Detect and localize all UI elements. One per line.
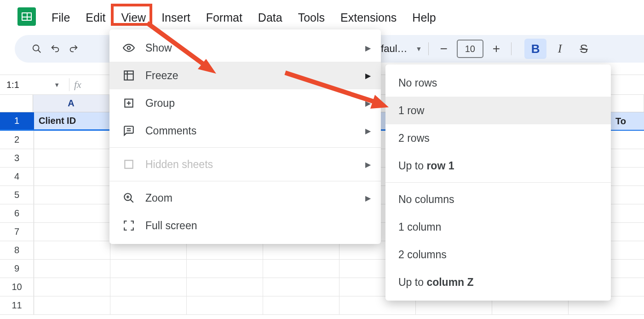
svg-point-2 xyxy=(127,46,131,50)
menu-file[interactable]: File xyxy=(44,6,78,29)
eye-icon xyxy=(122,41,135,54)
row-header[interactable]: 4 xyxy=(0,168,34,186)
freeze-1-column[interactable]: 1 column xyxy=(385,213,611,241)
menu-item-group[interactable]: Group ▶ xyxy=(109,89,381,117)
row-header[interactable]: 10 xyxy=(0,278,34,296)
row-header[interactable]: 1 xyxy=(0,112,34,129)
submenu-arrow-icon: ▶ xyxy=(365,160,371,169)
cell[interactable] xyxy=(34,149,110,167)
menubar: File Edit View Insert Format Data Tools … xyxy=(44,6,444,29)
cell[interactable] xyxy=(187,296,263,314)
menu-item-label: Hidden sheets xyxy=(145,158,213,171)
column-header-a[interactable]: A xyxy=(33,95,109,112)
cell-a1[interactable]: Client ID xyxy=(34,112,110,129)
select-all-corner[interactable] xyxy=(0,95,33,112)
cell[interactable] xyxy=(110,296,187,314)
submenu-arrow-icon: ▶ xyxy=(365,99,371,108)
svg-line-13 xyxy=(130,199,133,203)
cell[interactable] xyxy=(263,260,339,278)
row-header[interactable]: 7 xyxy=(0,223,34,241)
increase-font-size-button[interactable]: + xyxy=(488,41,505,56)
cell[interactable] xyxy=(187,278,263,296)
separator xyxy=(69,78,69,91)
freeze-up-to-column[interactable]: Up to column Z xyxy=(385,268,611,296)
freeze-1-row[interactable]: 1 row xyxy=(385,97,611,124)
redo-icon[interactable] xyxy=(64,40,83,58)
cell[interactable] xyxy=(34,296,110,314)
menu-item-label: Zoom xyxy=(145,192,172,204)
menu-format[interactable]: Format xyxy=(198,6,250,29)
menu-item-label: 2 rows xyxy=(398,132,430,145)
cell[interactable] xyxy=(34,278,110,296)
freeze-no-rows[interactable]: No rows xyxy=(385,69,611,97)
row-header[interactable]: 5 xyxy=(0,186,34,204)
toolbar-separator xyxy=(511,42,512,55)
submenu-arrow-icon: ▶ xyxy=(365,71,371,80)
view-dropdown-menu: Show ▶ Freeze ▶ Group ▶ Comments ▶ Hidde… xyxy=(109,29,381,244)
search-icon[interactable] xyxy=(28,40,46,58)
menu-item-comments[interactable]: Comments ▶ xyxy=(109,117,381,145)
cell[interactable] xyxy=(34,131,110,149)
cell[interactable] xyxy=(110,278,187,296)
cell[interactable] xyxy=(34,260,110,278)
cell[interactable] xyxy=(34,186,110,204)
menu-extensions[interactable]: Extensions xyxy=(333,6,404,29)
menu-item-label: Freeze xyxy=(145,70,178,82)
name-box-value: 1:1 xyxy=(6,80,19,90)
menu-item-label: No rows xyxy=(398,77,437,89)
row-header[interactable]: 6 xyxy=(0,204,34,222)
menu-edit[interactable]: Edit xyxy=(78,6,113,29)
cell[interactable] xyxy=(263,278,339,296)
menu-tools[interactable]: Tools xyxy=(290,6,333,29)
italic-button[interactable]: I xyxy=(549,39,570,59)
menu-item-label: 2 columns xyxy=(398,249,447,261)
svg-rect-3 xyxy=(124,71,133,80)
font-size-group: − 10 + xyxy=(435,40,505,58)
freeze-2-rows[interactable]: 2 rows xyxy=(385,124,611,152)
cell[interactable] xyxy=(263,296,339,314)
cell[interactable] xyxy=(187,260,263,278)
freeze-submenu: No rows 1 row 2 rows Up to row 1 No colu… xyxy=(385,64,611,301)
cell[interactable] xyxy=(110,260,187,278)
freeze-2-columns[interactable]: 2 columns xyxy=(385,241,611,268)
row-header[interactable]: 8 xyxy=(0,241,34,259)
sheets-logo-icon xyxy=(17,7,36,26)
row-header[interactable]: 2 xyxy=(0,131,34,149)
strikethrough-button[interactable]: S xyxy=(573,39,594,59)
menu-data[interactable]: Data xyxy=(250,6,290,29)
submenu-arrow-icon: ▶ xyxy=(365,44,371,52)
freeze-icon xyxy=(122,69,135,82)
freeze-up-to-row[interactable]: Up to row 1 xyxy=(385,152,611,180)
cell[interactable] xyxy=(34,204,110,222)
cell[interactable] xyxy=(34,223,110,241)
menu-item-label: Up to column Z xyxy=(398,276,474,289)
bold-button[interactable]: B xyxy=(524,39,546,59)
comments-icon xyxy=(122,124,135,137)
cell[interactable] xyxy=(34,168,110,186)
menu-separator xyxy=(109,181,381,181)
submenu-arrow-icon: ▶ xyxy=(365,194,371,203)
name-box[interactable]: 1:1 ▼ xyxy=(0,80,64,90)
row-header[interactable]: 11 xyxy=(0,296,34,314)
menu-item-show[interactable]: Show ▶ xyxy=(109,34,381,62)
undo-icon[interactable] xyxy=(46,40,64,58)
menu-item-full-screen[interactable]: Full screen xyxy=(109,212,381,239)
chevron-down-icon: ▼ xyxy=(416,45,422,52)
menu-item-label: No columns xyxy=(398,193,454,206)
row-header[interactable]: 9 xyxy=(0,260,34,278)
menu-item-freeze[interactable]: Freeze ▶ xyxy=(109,62,381,89)
menu-item-label: Group xyxy=(145,97,175,110)
menu-insert[interactable]: Insert xyxy=(154,6,198,29)
zoom-icon xyxy=(122,191,135,204)
font-size-input[interactable]: 10 xyxy=(457,40,483,58)
row-header[interactable]: 3 xyxy=(0,149,34,167)
menu-help[interactable]: Help xyxy=(404,6,443,29)
freeze-no-columns[interactable]: No columns xyxy=(385,186,611,213)
decrease-font-size-button[interactable]: − xyxy=(435,41,452,56)
header-cell-to[interactable]: To xyxy=(611,112,644,130)
menu-item-zoom[interactable]: Zoom ▶ xyxy=(109,184,381,212)
menu-view[interactable]: View xyxy=(113,6,154,29)
menu-item-label: Up to row 1 xyxy=(398,160,454,172)
svg-rect-11 xyxy=(125,160,132,168)
cell[interactable] xyxy=(34,241,110,259)
